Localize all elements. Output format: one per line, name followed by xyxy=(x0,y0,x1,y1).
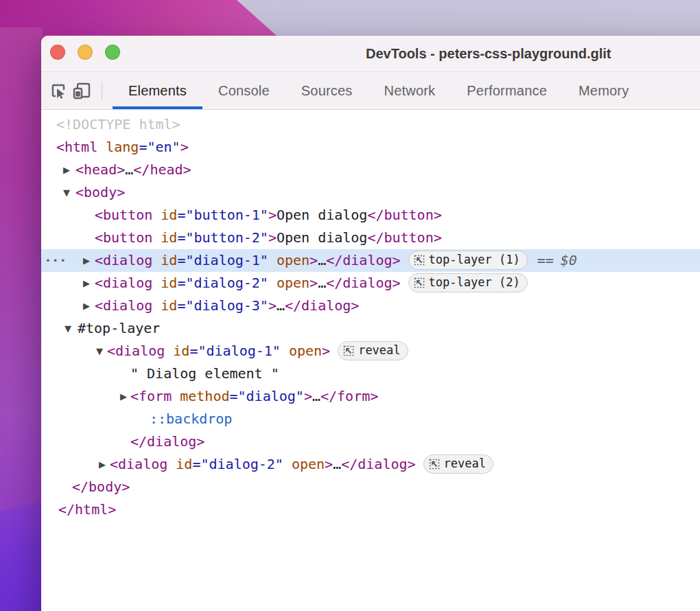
code-token-tag xyxy=(283,456,292,472)
code-token-tag: <form xyxy=(130,388,180,404)
code-token-tag: <button xyxy=(95,229,161,246)
code-token-tag: <dialog xyxy=(107,343,173,359)
code-token-tag: > xyxy=(268,207,277,223)
code-token-tag: <html xyxy=(56,139,106,155)
reveal-target-icon xyxy=(414,255,425,266)
dom-tree-row[interactable]: " Dialog element " xyxy=(41,362,700,385)
code-token-tag: </button> xyxy=(367,207,441,223)
expand-arrow-icon[interactable]: ▶ xyxy=(99,453,106,476)
dom-tree-row[interactable]: <button id="button-2">Open dialog</butto… xyxy=(41,227,700,249)
collapse-arrow-icon[interactable]: ▼ xyxy=(65,317,71,340)
tab-console[interactable]: Console xyxy=(202,72,285,109)
code-token-tag xyxy=(268,252,277,268)
expand-arrow-icon[interactable]: ▶ xyxy=(83,272,90,295)
dom-node-markup: <button id="button-2">Open dialog</butto… xyxy=(95,227,442,249)
dom-tree-row[interactable]: ▼#top-layer xyxy=(41,317,700,340)
tab-memory[interactable]: Memory xyxy=(563,72,644,109)
code-token-txt: … xyxy=(125,161,133,178)
code-token-tag: <dialog xyxy=(95,297,161,314)
badge-label: top-layer (1) xyxy=(429,249,520,271)
dom-node-markup: <!DOCTYPE html> xyxy=(56,113,180,136)
code-token-txt: #top-layer xyxy=(78,320,160,336)
code-token-tag: <dialog xyxy=(95,252,161,268)
code-token-attr: id xyxy=(173,343,189,359)
dom-node-markup: </dialog> xyxy=(130,430,205,453)
tab-network[interactable]: Network xyxy=(369,72,452,109)
row-actions-dots-icon[interactable]: ••• xyxy=(45,249,67,272)
dom-tree-row[interactable]: ::backdrop xyxy=(41,408,700,430)
dom-tree-row[interactable]: ▼<body> xyxy=(41,181,700,204)
dom-node-markup: <form method="dialog">…</form> xyxy=(130,385,378,408)
code-token-attr: id xyxy=(161,275,177,291)
expand-arrow-icon[interactable]: ▶ xyxy=(63,159,70,181)
code-token-attr: method xyxy=(180,388,229,404)
dom-tree-row[interactable]: </html> xyxy=(41,498,700,521)
expand-arrow-icon[interactable]: ▶ xyxy=(120,385,127,408)
close-button[interactable] xyxy=(50,45,65,60)
elements-panel: <!DOCTYPE html><html lang="en">▶<head>…<… xyxy=(41,110,700,611)
collapse-arrow-icon[interactable]: ▼ xyxy=(63,181,70,204)
badge-label: reveal xyxy=(358,339,400,362)
code-token-tag: > xyxy=(268,229,277,246)
code-token-val: ="button-1" xyxy=(177,207,268,223)
dom-tree-row[interactable]: <button id="button-1">Open dialog</butto… xyxy=(41,204,700,227)
code-token-val: ="dialog" xyxy=(230,388,304,404)
dom-node-markup: <dialog id="dialog-2" open>…</dialog> xyxy=(110,453,416,476)
expand-arrow-icon[interactable]: ▶ xyxy=(83,295,90,317)
top-layer-badge[interactable]: top-layer (2) xyxy=(408,273,528,292)
code-token-tag: <head> xyxy=(75,161,125,178)
code-token-val: ="dialog-2" xyxy=(192,456,283,472)
inspect-element-button[interactable] xyxy=(47,72,70,109)
code-token-txt: … xyxy=(277,297,285,314)
code-token-txt: … xyxy=(312,388,320,404)
dom-tree-row[interactable]: ▶<head>…</head> xyxy=(41,159,700,181)
code-token-attr: open xyxy=(289,343,322,359)
dom-tree-row[interactable]: ▶<dialog id="dialog-2" open>…</dialog>to… xyxy=(41,272,700,295)
dom-tree-row[interactable]: ▶<dialog id="dialog-3">…</dialog> xyxy=(41,295,700,317)
code-token-val: ="dialog-3" xyxy=(177,297,268,314)
dom-tree-row[interactable]: <html lang="en"> xyxy=(41,136,700,159)
toggle-device-toolbar-button[interactable] xyxy=(70,72,93,109)
zoom-button[interactable] xyxy=(105,45,120,60)
code-token-tag: </body> xyxy=(72,479,130,495)
tab-sources[interactable]: Sources xyxy=(285,72,369,109)
badge-label: top-layer (2) xyxy=(429,271,520,294)
code-token-txt: Open dialog xyxy=(277,229,367,246)
dom-tree-row[interactable]: ▶<dialog id="dialog-2" open>…</dialog>re… xyxy=(41,453,700,476)
code-token-tag: </button> xyxy=(367,229,441,246)
minimize-button[interactable] xyxy=(78,45,93,60)
dom-tree-row[interactable]: <!DOCTYPE html> xyxy=(41,113,700,136)
dom-tree-row[interactable]: ▶<form method="dialog">…</form> xyxy=(41,385,700,408)
code-token-attr: id xyxy=(161,207,177,223)
tab-elements[interactable]: Elements xyxy=(113,72,202,109)
wallpaper-purple-strip xyxy=(0,27,43,511)
dom-node-markup: <dialog id="dialog-2" open>…</dialog> xyxy=(95,272,401,295)
code-token-attr: id xyxy=(161,229,177,246)
code-token-tag: > xyxy=(310,275,318,291)
reveal-badge[interactable]: reveal xyxy=(423,454,493,474)
reveal-badge[interactable]: reveal xyxy=(338,341,408,360)
collapse-arrow-icon[interactable]: ▼ xyxy=(96,340,103,362)
code-token-tag: </dialog> xyxy=(130,433,205,450)
reveal-target-icon xyxy=(414,277,425,288)
device-toolbar-icon xyxy=(71,80,92,101)
dom-tree-row[interactable]: </dialog> xyxy=(41,430,700,453)
code-token-tag xyxy=(268,275,277,291)
code-token-tag: </dialog> xyxy=(341,456,415,472)
dom-node-markup: <dialog id="dialog-1" open> xyxy=(107,340,330,362)
dom-tree-row[interactable]: •••▶<dialog id="dialog-1" open>…</dialog… xyxy=(41,249,700,272)
dom-node-markup: </html> xyxy=(58,498,116,521)
expand-arrow-icon[interactable]: ▶ xyxy=(83,249,90,272)
dom-node-markup: <dialog id="dialog-3">…</dialog> xyxy=(95,295,359,317)
code-token-tag: </form> xyxy=(320,388,378,404)
code-token-attr: id xyxy=(176,456,192,472)
dom-tree-row[interactable]: ▼<dialog id="dialog-1" open>reveal xyxy=(41,340,700,362)
top-layer-badge[interactable]: top-layer (1) xyxy=(408,251,528,270)
code-token-tag: > xyxy=(310,252,318,268)
code-token-tag: <body> xyxy=(75,184,125,200)
dom-node-markup: ::backdrop xyxy=(150,408,232,430)
code-token-pseudo: ::backdrop xyxy=(150,411,232,427)
dom-tree-row[interactable]: </body> xyxy=(41,476,700,498)
tab-performance[interactable]: Performance xyxy=(451,72,563,109)
dom-node-markup: </body> xyxy=(72,476,130,498)
